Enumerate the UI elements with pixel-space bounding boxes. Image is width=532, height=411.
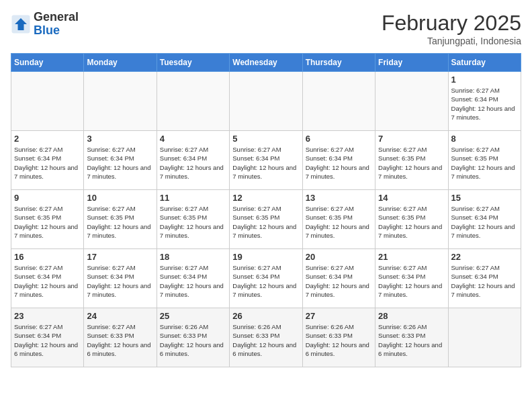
day-number: 7 [378, 134, 445, 144]
day-number: 18 [160, 252, 226, 262]
day-info: Sunrise: 6:26 AM Sunset: 6:33 PM Dayligh… [160, 322, 226, 358]
day-number: 14 [378, 193, 445, 203]
table-row [448, 308, 521, 367]
logo-general: General [34, 10, 79, 24]
day-number: 9 [14, 193, 81, 203]
day-number: 2 [14, 134, 81, 144]
calendar-week-row: 16Sunrise: 6:27 AM Sunset: 6:34 PM Dayli… [11, 249, 521, 308]
table-row: 21Sunrise: 6:27 AM Sunset: 6:34 PM Dayli… [375, 249, 448, 308]
table-row [230, 72, 302, 131]
day-info: Sunrise: 6:27 AM Sunset: 6:34 PM Dayligh… [87, 145, 153, 181]
table-row [157, 72, 229, 131]
day-info: Sunrise: 6:27 AM Sunset: 6:35 PM Dayligh… [160, 204, 226, 240]
col-monday: Monday [84, 54, 157, 72]
table-row: 4Sunrise: 6:27 AM Sunset: 6:34 PM Daylig… [157, 131, 229, 190]
table-row: 11Sunrise: 6:27 AM Sunset: 6:35 PM Dayli… [157, 190, 229, 249]
col-thursday: Thursday [302, 54, 375, 72]
day-number: 20 [306, 252, 372, 262]
day-info: Sunrise: 6:27 AM Sunset: 6:34 PM Dayligh… [232, 145, 299, 181]
table-row: 16Sunrise: 6:27 AM Sunset: 6:34 PM Dayli… [11, 249, 84, 308]
day-number: 25 [160, 311, 226, 321]
table-row: 13Sunrise: 6:27 AM Sunset: 6:35 PM Dayli… [302, 190, 375, 249]
col-saturday: Saturday [448, 54, 521, 72]
calendar-week-row: 9Sunrise: 6:27 AM Sunset: 6:35 PM Daylig… [11, 190, 521, 249]
table-row: 10Sunrise: 6:27 AM Sunset: 6:35 PM Dayli… [84, 190, 157, 249]
day-info: Sunrise: 6:27 AM Sunset: 6:34 PM Dayligh… [306, 263, 372, 299]
calendar-week-row: 2Sunrise: 6:27 AM Sunset: 6:34 PM Daylig… [11, 131, 521, 190]
day-number: 17 [87, 252, 153, 262]
day-number: 28 [378, 311, 445, 321]
calendar-week-row: 1Sunrise: 6:27 AM Sunset: 6:34 PM Daylig… [11, 72, 521, 131]
table-row: 19Sunrise: 6:27 AM Sunset: 6:34 PM Dayli… [230, 249, 302, 308]
day-number: 6 [306, 134, 372, 144]
table-row: 17Sunrise: 6:27 AM Sunset: 6:34 PM Dayli… [84, 249, 157, 308]
page-header: General Blue February 2025 Tanjungpati, … [11, 11, 521, 46]
table-row: 22Sunrise: 6:27 AM Sunset: 6:34 PM Dayli… [448, 249, 521, 308]
day-number: 15 [451, 193, 518, 203]
day-number: 11 [160, 193, 226, 203]
day-info: Sunrise: 6:27 AM Sunset: 6:34 PM Dayligh… [14, 263, 81, 299]
day-info: Sunrise: 6:27 AM Sunset: 6:34 PM Dayligh… [451, 263, 518, 299]
day-info: Sunrise: 6:27 AM Sunset: 6:35 PM Dayligh… [232, 204, 299, 240]
table-row: 8Sunrise: 6:27 AM Sunset: 6:35 PM Daylig… [448, 131, 521, 190]
table-row: 18Sunrise: 6:27 AM Sunset: 6:34 PM Dayli… [157, 249, 229, 308]
calendar-subtitle: Tanjungpati, Indonesia [382, 36, 521, 46]
day-info: Sunrise: 6:27 AM Sunset: 6:35 PM Dayligh… [87, 204, 153, 240]
table-row [302, 72, 375, 131]
table-row: 20Sunrise: 6:27 AM Sunset: 6:34 PM Dayli… [302, 249, 375, 308]
table-row: 28Sunrise: 6:26 AM Sunset: 6:33 PM Dayli… [375, 308, 448, 367]
day-number: 22 [451, 252, 518, 262]
day-info: Sunrise: 6:27 AM Sunset: 6:34 PM Dayligh… [160, 263, 226, 299]
day-info: Sunrise: 6:27 AM Sunset: 6:34 PM Dayligh… [378, 263, 445, 299]
table-row: 15Sunrise: 6:27 AM Sunset: 6:34 PM Dayli… [448, 190, 521, 249]
day-number: 24 [87, 311, 153, 321]
day-info: Sunrise: 6:27 AM Sunset: 6:34 PM Dayligh… [160, 145, 226, 181]
day-number: 13 [306, 193, 372, 203]
day-info: Sunrise: 6:27 AM Sunset: 6:35 PM Dayligh… [306, 204, 372, 240]
day-number: 3 [87, 134, 153, 144]
day-info: Sunrise: 6:27 AM Sunset: 6:33 PM Dayligh… [87, 322, 153, 358]
table-row: 6Sunrise: 6:27 AM Sunset: 6:34 PM Daylig… [302, 131, 375, 190]
table-row [375, 72, 448, 131]
day-info: Sunrise: 6:26 AM Sunset: 6:33 PM Dayligh… [378, 322, 445, 358]
day-info: Sunrise: 6:27 AM Sunset: 6:35 PM Dayligh… [378, 204, 445, 240]
day-number: 19 [232, 252, 299, 262]
day-info: Sunrise: 6:27 AM Sunset: 6:35 PM Dayligh… [378, 145, 445, 181]
table-row: 27Sunrise: 6:26 AM Sunset: 6:33 PM Dayli… [302, 308, 375, 367]
title-block: February 2025 Tanjungpati, Indonesia [382, 11, 521, 46]
calendar-week-row: 23Sunrise: 6:27 AM Sunset: 6:34 PM Dayli… [11, 308, 521, 367]
day-number: 4 [160, 134, 226, 144]
day-info: Sunrise: 6:27 AM Sunset: 6:34 PM Dayligh… [232, 263, 299, 299]
calendar-table: Sunday Monday Tuesday Wednesday Thursday… [11, 53, 521, 367]
day-info: Sunrise: 6:27 AM Sunset: 6:34 PM Dayligh… [14, 145, 81, 181]
day-info: Sunrise: 6:27 AM Sunset: 6:35 PM Dayligh… [451, 145, 518, 181]
table-row: 3Sunrise: 6:27 AM Sunset: 6:34 PM Daylig… [84, 131, 157, 190]
day-info: Sunrise: 6:27 AM Sunset: 6:34 PM Dayligh… [306, 145, 372, 181]
table-row: 9Sunrise: 6:27 AM Sunset: 6:35 PM Daylig… [11, 190, 84, 249]
day-info: Sunrise: 6:26 AM Sunset: 6:33 PM Dayligh… [232, 322, 299, 358]
day-number: 27 [306, 311, 372, 321]
day-info: Sunrise: 6:27 AM Sunset: 6:34 PM Dayligh… [87, 263, 153, 299]
logo-icon [11, 14, 31, 34]
calendar-header-row: Sunday Monday Tuesday Wednesday Thursday… [11, 54, 521, 72]
day-number: 12 [232, 193, 299, 203]
day-number: 8 [451, 134, 518, 144]
table-row: 12Sunrise: 6:27 AM Sunset: 6:35 PM Dayli… [230, 190, 302, 249]
table-row: 25Sunrise: 6:26 AM Sunset: 6:33 PM Dayli… [157, 308, 229, 367]
table-row [11, 72, 84, 131]
day-number: 26 [232, 311, 299, 321]
day-info: Sunrise: 6:27 AM Sunset: 6:34 PM Dayligh… [451, 86, 518, 122]
table-row: 5Sunrise: 6:27 AM Sunset: 6:34 PM Daylig… [230, 131, 302, 190]
logo: General Blue [11, 11, 79, 38]
logo-blue: Blue [34, 24, 60, 37]
table-row [84, 72, 157, 131]
col-tuesday: Tuesday [157, 54, 229, 72]
day-info: Sunrise: 6:27 AM Sunset: 6:34 PM Dayligh… [14, 322, 81, 358]
day-number: 23 [14, 311, 81, 321]
col-sunday: Sunday [11, 54, 84, 72]
table-row: 7Sunrise: 6:27 AM Sunset: 6:35 PM Daylig… [375, 131, 448, 190]
table-row: 1Sunrise: 6:27 AM Sunset: 6:34 PM Daylig… [448, 72, 521, 131]
day-info: Sunrise: 6:26 AM Sunset: 6:33 PM Dayligh… [306, 322, 372, 358]
day-number: 21 [378, 252, 445, 262]
day-number: 1 [451, 75, 518, 85]
